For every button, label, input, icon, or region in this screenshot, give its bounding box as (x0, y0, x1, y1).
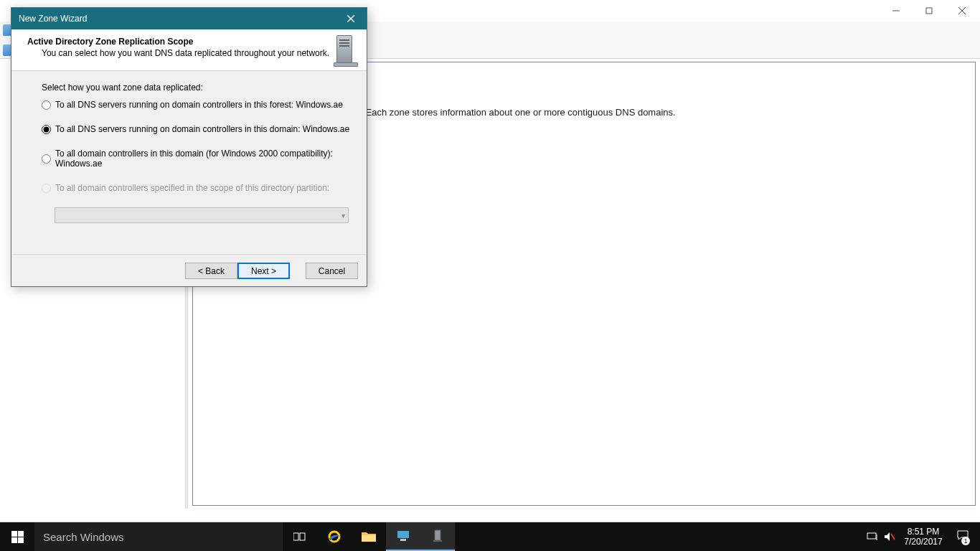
start-button[interactable] (0, 522, 34, 551)
bg-maximize-button[interactable] (913, 1, 946, 21)
radio-option-forest[interactable]: To all DNS servers running on domain con… (42, 100, 354, 110)
svg-rect-16 (433, 540, 442, 542)
svg-rect-6 (11, 531, 17, 537)
cancel-button[interactable]: Cancel (306, 263, 358, 279)
wizard-button-row: < Back Next > Cancel (185, 263, 358, 279)
svg-rect-8 (11, 537, 17, 543)
wizard-separator (12, 254, 366, 255)
radio-partition-input (42, 184, 51, 193)
server-icon (334, 34, 358, 67)
tray-date: 7/20/2017 (904, 537, 942, 547)
next-button[interactable]: Next > (237, 263, 290, 279)
radio-domain-input[interactable] (42, 125, 51, 134)
svg-rect-14 (400, 539, 406, 541)
taskbar-search[interactable]: Search Windows (34, 522, 283, 551)
radio-domain-label: To all DNS servers running on domain con… (55, 124, 349, 134)
radio-compat-input[interactable] (42, 154, 51, 164)
tray-clock[interactable]: 8:51 PM 7/20/2017 (898, 522, 948, 551)
radio-option-partition: To all domain controllers specified in t… (42, 183, 354, 193)
wizard-header-title: Active Directory Zone Replication Scope (27, 37, 357, 47)
svg-rect-11 (300, 533, 305, 540)
svg-rect-10 (293, 533, 298, 540)
server-manager-icon[interactable] (386, 522, 420, 551)
svg-line-19 (891, 534, 895, 540)
task-view-button[interactable] (283, 522, 317, 551)
wizard-close-button[interactable] (334, 8, 367, 29)
action-center-button[interactable] (948, 522, 977, 551)
wizard-header: Active Directory Zone Replication Scope … (11, 29, 367, 71)
taskbar: Search Windows (0, 522, 980, 551)
radio-compat-label: To all domain controllers in this domain… (55, 149, 354, 169)
tray-network-icon[interactable] (864, 522, 881, 551)
taskbar-app-icons (283, 522, 455, 551)
svg-rect-13 (397, 531, 409, 538)
radio-partition-label: To all domain controllers specified in t… (55, 183, 329, 193)
new-zone-wizard-dialog: New Zone Wizard Active Directory Zone Re… (11, 7, 367, 287)
back-button[interactable]: < Back (185, 263, 237, 279)
tray-time: 8:51 PM (908, 527, 940, 537)
partition-dropdown: ▾ (55, 207, 349, 223)
svg-rect-9 (18, 537, 24, 543)
radio-option-compat[interactable]: To all domain controllers in this domain… (42, 149, 354, 169)
svg-rect-1 (926, 8, 932, 14)
taskbar-search-placeholder: Search Windows (43, 531, 124, 543)
svg-rect-15 (435, 530, 440, 540)
radio-forest-input[interactable] (42, 100, 51, 110)
tray-volume-icon[interactable] (881, 522, 898, 551)
wizard-title: New Zone Wizard (19, 14, 87, 24)
file-explorer-icon[interactable] (352, 522, 386, 551)
dns-manager-icon[interactable] (420, 522, 455, 551)
svg-rect-7 (18, 531, 24, 537)
radio-forest-label: To all DNS servers running on domain con… (55, 100, 343, 110)
svg-rect-17 (867, 533, 876, 539)
replication-prompt: Select how you want zone data replicated… (42, 83, 354, 93)
system-tray: 8:51 PM 7/20/2017 (864, 522, 980, 551)
bg-minimize-button[interactable] (880, 1, 913, 21)
wizard-titlebar[interactable]: New Zone Wizard (11, 8, 367, 29)
radio-option-domain[interactable]: To all DNS servers running on domain con… (42, 124, 354, 134)
bg-close-button[interactable] (946, 1, 979, 21)
wizard-body: Select how you want zone data replicated… (11, 71, 367, 223)
chevron-down-icon: ▾ (341, 212, 345, 220)
wizard-header-subtitle: You can select how you want DNS data rep… (42, 48, 357, 58)
internet-explorer-icon[interactable] (317, 522, 352, 551)
